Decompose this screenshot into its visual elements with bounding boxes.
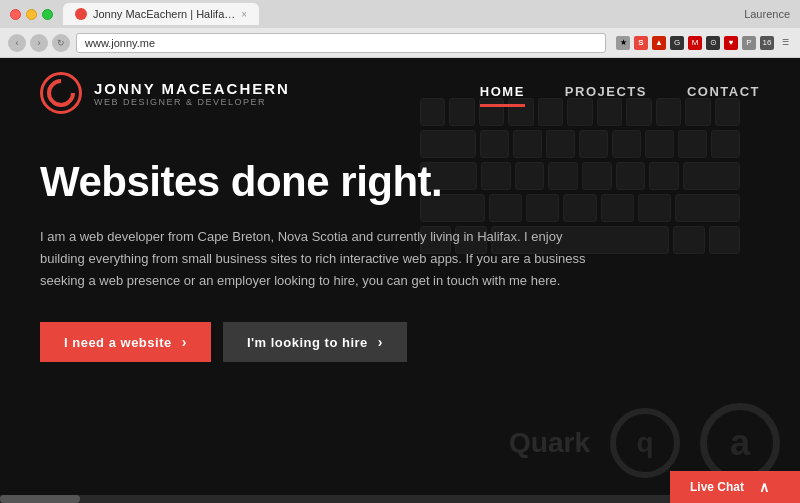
browser-user: Laurence bbox=[744, 8, 790, 20]
arrow-icon: › bbox=[182, 334, 187, 350]
close-button[interactable] bbox=[10, 9, 21, 20]
browser-tabs: Jonny MacEachern | Halifa… × bbox=[63, 3, 259, 25]
ext-icon-1[interactable]: S bbox=[634, 36, 648, 50]
live-chat-widget[interactable]: Live Chat ∧ bbox=[670, 471, 800, 503]
maximize-button[interactable] bbox=[42, 9, 53, 20]
browser-extension-icons: ★ S ▲ G M ⊙ ♥ P 16 ☰ bbox=[616, 36, 792, 50]
live-chat-label: Live Chat bbox=[690, 480, 744, 494]
window-controls bbox=[10, 9, 53, 20]
tab-favicon bbox=[75, 8, 87, 20]
hero-buttons: I need a website › I'm looking to hire › bbox=[40, 322, 760, 362]
ext-icon-2[interactable]: ▲ bbox=[652, 36, 666, 50]
looking-to-hire-label: I'm looking to hire bbox=[247, 335, 368, 350]
chevron-up-icon: ∧ bbox=[759, 479, 769, 495]
active-tab[interactable]: Jonny MacEachern | Halifa… × bbox=[63, 3, 259, 25]
nav-link-projects[interactable]: PROJECTS bbox=[565, 84, 647, 103]
ext-icon-3[interactable]: G bbox=[670, 36, 684, 50]
nav-links: HOME PROJECTS CONTACT bbox=[480, 84, 760, 103]
ext-icon-6[interactable]: ♥ bbox=[724, 36, 738, 50]
quark-text: Quark bbox=[509, 427, 590, 459]
looking-to-hire-button[interactable]: I'm looking to hire › bbox=[223, 322, 407, 362]
ext-icon-8[interactable]: 16 bbox=[760, 36, 774, 50]
need-website-label: I need a website bbox=[64, 335, 172, 350]
ext-icon-7[interactable]: P bbox=[742, 36, 756, 50]
site-nav: JONNY MACEACHERN WEB DESIGNER & DEVELOPE… bbox=[0, 58, 800, 128]
tab-close-button[interactable]: × bbox=[241, 9, 247, 20]
browser-titlebar: Jonny MacEachern | Halifa… × Laurence bbox=[0, 0, 800, 28]
logo-text: JONNY MACEACHERN WEB DESIGNER & DEVELOPE… bbox=[94, 80, 290, 107]
hero-section: Websites done right. I am a web develope… bbox=[0, 128, 800, 362]
back-button[interactable]: ‹ bbox=[8, 34, 26, 52]
website-content: JONNY MACEACHERN WEB DESIGNER & DEVELOPE… bbox=[0, 58, 800, 503]
logo-icon bbox=[40, 72, 82, 114]
ext-icon-5[interactable]: ⊙ bbox=[706, 36, 720, 50]
menu-button[interactable]: ☰ bbox=[778, 36, 792, 50]
logo-subtitle: WEB DESIGNER & DEVELOPER bbox=[94, 97, 290, 107]
browser-toolbar: ‹ › ↻ www.jonny.me ★ S ▲ G M ⊙ ♥ P 16 ☰ bbox=[0, 28, 800, 58]
scrollbar-thumb[interactable] bbox=[0, 495, 80, 503]
hero-description: I am a web developer from Cape Breton, N… bbox=[40, 226, 610, 292]
tab-title: Jonny MacEachern | Halifa… bbox=[93, 8, 235, 20]
site-logo[interactable]: JONNY MACEACHERN WEB DESIGNER & DEVELOPE… bbox=[40, 72, 290, 114]
nav-link-home[interactable]: HOME bbox=[480, 84, 525, 103]
url-text: www.jonny.me bbox=[85, 37, 155, 49]
quark-logo: q bbox=[610, 408, 680, 478]
nav-link-contact[interactable]: CONTACT bbox=[687, 84, 760, 103]
refresh-button[interactable]: ↻ bbox=[52, 34, 70, 52]
bookmark-icon[interactable]: ★ bbox=[616, 36, 630, 50]
ext-icon-4[interactable]: M bbox=[688, 36, 702, 50]
hero-title: Websites done right. bbox=[40, 158, 760, 206]
navigation-buttons: ‹ › ↻ bbox=[8, 34, 70, 52]
need-website-button[interactable]: I need a website › bbox=[40, 322, 211, 362]
scrollbar[interactable] bbox=[0, 495, 670, 503]
arrow-icon-2: › bbox=[378, 334, 383, 350]
browser-chrome: Jonny MacEachern | Halifa… × Laurence ‹ … bbox=[0, 0, 800, 58]
logo-name: JONNY MACEACHERN bbox=[94, 80, 290, 97]
forward-button[interactable]: › bbox=[30, 34, 48, 52]
minimize-button[interactable] bbox=[26, 9, 37, 20]
address-bar[interactable]: www.jonny.me bbox=[76, 33, 606, 53]
